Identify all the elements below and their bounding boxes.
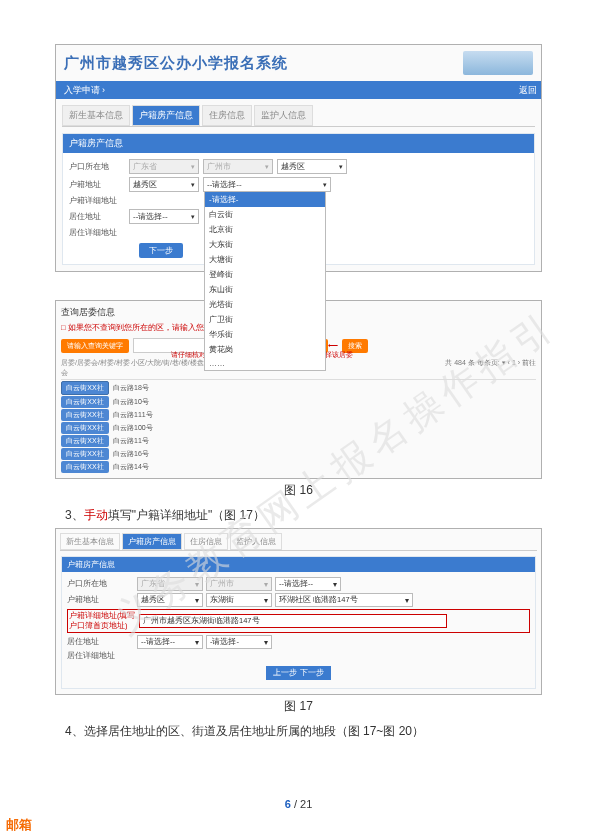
dropdown-option[interactable]: 登峰街: [205, 267, 325, 282]
list-item-button[interactable]: 白云街XX社: [61, 461, 109, 473]
list-item-addr: 白云路111号: [113, 410, 153, 420]
banner-graphic: [463, 51, 533, 75]
tab-housing-info[interactable]: 住房信息: [202, 105, 252, 126]
list-item-addr: 白云路14号: [113, 462, 149, 472]
label-detail: 户籍详细地址(填写户口簿首页地址): [69, 611, 139, 631]
list-item-button[interactable]: 白云街XX社: [61, 381, 109, 395]
sel-juwei[interactable]: 环湖社区 临港路147号▾: [275, 593, 413, 607]
dropdown-option[interactable]: 广卫街: [205, 312, 325, 327]
sel[interactable]: 广州市▾: [206, 577, 272, 591]
list-item-button[interactable]: 白云街XX社: [61, 435, 109, 447]
section-heading: 户籍房产信息: [63, 134, 534, 153]
sel[interactable]: -请选择-▾: [206, 635, 272, 649]
next-button[interactable]: 下一步: [139, 243, 183, 258]
footer-tag: 邮箱: [6, 816, 32, 820]
select-dist[interactable]: 越秀区▾: [277, 159, 347, 174]
dropdown-option[interactable]: 白云街: [205, 207, 325, 222]
list-item-addr: 白云路11号: [113, 436, 149, 446]
tab-housing-info[interactable]: 住房信息: [184, 533, 228, 550]
dropdown-option[interactable]: 光塔街: [205, 297, 325, 312]
list-item-button[interactable]: 白云街XX社: [61, 396, 109, 408]
list-item-addr: 白云路100号: [113, 423, 153, 433]
screenshot-15: 广州市越秀区公办小学报名系统 入学申请 › 返回 新生基本信息 户籍房产信息 住…: [55, 44, 542, 272]
list-item-button[interactable]: 白云街XX社: [61, 448, 109, 460]
select-juwei-open[interactable]: --请选择--▾ -请选择- 白云街 北京街 大东街 大塘街 登峰街 东山街 光…: [203, 177, 331, 192]
sel[interactable]: --请选择--▾: [275, 577, 341, 591]
select-street[interactable]: 越秀区▾: [129, 177, 199, 192]
pager[interactable]: 共 484 条 每条页: ▾ ‹ 1 › 前往: [445, 358, 536, 378]
col-juwei: 居委/居委会/村委/村委会: [61, 358, 131, 378]
chevron-down-icon: ▾: [191, 163, 195, 171]
tab-hukou-info[interactable]: 户籍房产信息: [132, 105, 200, 126]
doc-title: 广州市越秀区公办小学报名系统: [64, 54, 288, 73]
select-city[interactable]: 广州市▾: [203, 159, 273, 174]
nav-item-apply[interactable]: 入学申请: [64, 84, 100, 97]
label-detail: 户籍详细地址: [69, 195, 129, 206]
caption-17: 图 17: [55, 698, 542, 715]
dropdown-option[interactable]: 东山街: [205, 282, 325, 297]
sel[interactable]: --请选择--▾: [137, 635, 203, 649]
label-livedetail: 居住详细地址: [67, 651, 137, 661]
label-live: 居住地址: [67, 637, 137, 647]
paragraph-3: 3、手动填写"户籍详细地址"（图 17）: [65, 507, 542, 524]
screenshot-17: 新生基本信息 户籍房产信息 住房信息 监护人信息 户籍房产信息 户口所在地 广东…: [55, 528, 542, 695]
prev-next-button[interactable]: 上一步 下一步: [266, 666, 330, 680]
arrow-icon: ⟵: [328, 342, 338, 350]
list-item-button[interactable]: 白云街XX社: [61, 422, 109, 434]
dropdown-option[interactable]: -请选择-: [205, 192, 325, 207]
label-livedetail: 居住详细地址: [69, 227, 129, 238]
dropdown-list: -请选择- 白云街 北京街 大东街 大塘街 登峰街 东山街 光塔街 广卫街 华乐…: [204, 191, 326, 371]
tab-guardian-info[interactable]: 监护人信息: [230, 533, 282, 550]
list-item-addr: 白云路18号: [113, 383, 149, 393]
list-item-addr: 白云路10号: [113, 397, 149, 407]
sel-dist[interactable]: 越秀区▾: [137, 593, 203, 607]
select-choose[interactable]: --请选择--▾: [129, 209, 199, 224]
tab-guardian-info[interactable]: 监护人信息: [254, 105, 313, 126]
select-prov[interactable]: 广东省▾: [129, 159, 199, 174]
dropdown-option[interactable]: 黄花岗: [205, 342, 325, 357]
tab-hukou-info[interactable]: 户籍房产信息: [122, 533, 182, 550]
section-heading: 户籍房产信息: [62, 557, 535, 572]
label-loc: 户口所在地: [69, 161, 129, 172]
sel-street[interactable]: 东湖街▾: [206, 593, 272, 607]
tab-basic-info[interactable]: 新生基本信息: [62, 105, 130, 126]
keyword-button[interactable]: 请输入查询关键字: [61, 339, 129, 353]
dropdown-option[interactable]: 北京街: [205, 222, 325, 237]
label-live: 居住地址: [69, 211, 129, 222]
nav-return[interactable]: 返回: [519, 84, 537, 97]
detail-address-input[interactable]: [139, 614, 447, 628]
caption-16: 图 16: [55, 482, 542, 499]
label-loc: 户口所在地: [67, 579, 137, 589]
label-addr: 户籍地址: [67, 595, 137, 605]
dropdown-option[interactable]: 华乐街: [205, 327, 325, 342]
sel[interactable]: 广东省▾: [137, 577, 203, 591]
dropdown-option[interactable]: ……: [205, 357, 325, 370]
page-number: 6 / 21: [0, 798, 597, 810]
list-item-button[interactable]: 白云街XX社: [61, 409, 109, 421]
paragraph-4: 4、选择居住地址的区、街道及居住地址所属的地段（图 17~图 20）: [65, 723, 542, 740]
tab-basic-info[interactable]: 新生基本信息: [60, 533, 120, 550]
label-addr: 户籍地址: [69, 179, 129, 190]
dropdown-option[interactable]: 大东街: [205, 237, 325, 252]
list-item-addr: 白云路16号: [113, 449, 149, 459]
dropdown-option[interactable]: 大塘街: [205, 252, 325, 267]
